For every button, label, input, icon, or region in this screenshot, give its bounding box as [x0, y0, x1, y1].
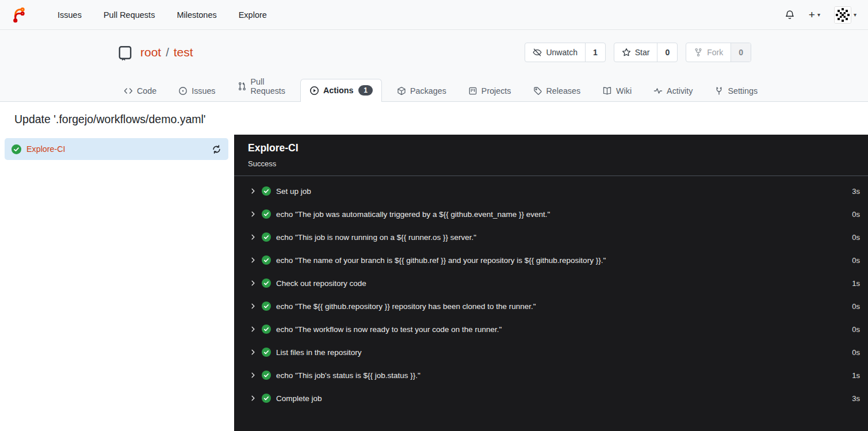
step-row[interactable]: Set up job 3s [234, 180, 868, 203]
step-name: echo "This job is now running on a ${{ r… [276, 233, 476, 242]
tab-wiki-label: Wiki [616, 86, 632, 96]
repo-tabs: Code Issues Pull Requests Actions 1 P [117, 71, 751, 101]
chevron-right-icon[interactable] [250, 303, 257, 310]
step-row[interactable]: echo "The workflow is now ready to test … [234, 318, 868, 341]
star-button[interactable]: Star [614, 43, 657, 62]
stars-count[interactable]: 0 [657, 43, 677, 62]
step-row[interactable]: echo "The name of your branch is ${{ git… [234, 249, 868, 272]
pull-request-icon [238, 82, 247, 91]
tab-pull-requests-label: Pull Requests [251, 77, 285, 96]
actions-count-badge: 1 [358, 85, 373, 96]
chevron-right-icon[interactable] [250, 349, 257, 356]
job-log-panel: Explore-CI Success Set up job 3s echo "T… [234, 135, 868, 431]
nav-item-pull-requests[interactable]: Pull Requests [93, 10, 166, 20]
step-duration: 0s [852, 233, 860, 242]
unwatch-button[interactable]: Unwatch [525, 43, 584, 62]
eye-slash-icon [533, 48, 542, 57]
tab-settings[interactable]: Settings [708, 81, 764, 101]
step-name: echo "This job's status is ${{ job.statu… [276, 371, 420, 380]
tab-issues-label: Issues [192, 86, 215, 96]
refresh-icon[interactable] [212, 144, 221, 154]
nav-item-explore[interactable]: Explore [228, 10, 278, 20]
tab-projects[interactable]: Projects [461, 81, 518, 101]
chevron-right-icon[interactable] [250, 395, 257, 402]
tab-actions[interactable]: Actions 1 [300, 79, 382, 102]
step-success-icon [262, 209, 271, 219]
step-name: List files in the repository [276, 348, 362, 357]
repo-name-link[interactable]: test [174, 45, 193, 59]
repo-owner-link[interactable]: root [140, 45, 161, 59]
tab-activity[interactable]: Activity [647, 81, 699, 101]
navbar-right: + ▾ ▾ [785, 6, 856, 24]
step-row[interactable]: List files in the repository 0s [234, 341, 868, 364]
step-name: Set up job [276, 187, 311, 196]
tab-wiki[interactable]: Wiki [595, 81, 638, 101]
tab-issues[interactable]: Issues [171, 81, 222, 101]
book-icon [602, 86, 612, 96]
step-row[interactable]: Check out repository code 1s [234, 272, 868, 295]
sidebar-job-explore-ci[interactable]: Explore-CI [5, 138, 228, 160]
tab-projects-label: Projects [481, 86, 511, 96]
top-navbar: Issues Pull Requests Milestones Explore … [0, 0, 868, 30]
notifications-bell-icon[interactable] [785, 10, 795, 20]
forks-count[interactable]: 0 [731, 43, 751, 62]
star-label: Star [635, 48, 650, 57]
tab-releases[interactable]: Releases [526, 81, 588, 101]
tab-activity-label: Activity [667, 86, 693, 96]
chevron-right-icon[interactable] [250, 234, 257, 241]
chevron-right-icon[interactable] [250, 280, 257, 287]
step-row[interactable]: echo "This job is now running on a ${{ r… [234, 226, 868, 249]
code-icon [124, 86, 133, 96]
step-row[interactable]: echo "This job's status is ${{ job.statu… [234, 364, 868, 387]
step-duration: 1s [852, 371, 860, 380]
chevron-right-icon[interactable] [250, 211, 257, 218]
project-board-icon [468, 86, 477, 96]
chevron-right-icon[interactable] [250, 326, 257, 333]
jobs-sidebar: Explore-CI [0, 135, 234, 431]
create-new-button[interactable]: + ▾ [809, 9, 820, 20]
step-name: echo "The ${{ github.repository }} repos… [276, 302, 536, 311]
user-menu[interactable]: ▾ [834, 6, 856, 24]
unwatch-label: Unwatch [546, 48, 577, 57]
step-name: Complete job [276, 394, 322, 403]
step-name: echo "The job was automatically triggere… [276, 210, 550, 219]
chevron-right-icon[interactable] [250, 188, 257, 194]
step-name: echo "The name of your branch is ${{ git… [276, 256, 606, 265]
job-name: Explore-CI [26, 144, 66, 154]
step-row[interactable]: echo "The ${{ github.repository }} repos… [234, 295, 868, 318]
chevron-right-icon[interactable] [250, 372, 257, 379]
tab-packages[interactable]: Packages [390, 81, 453, 101]
chevron-right-icon[interactable] [250, 257, 257, 264]
tab-pull-requests[interactable]: Pull Requests [231, 71, 292, 101]
tab-packages-label: Packages [410, 86, 446, 96]
step-success-icon [262, 302, 271, 311]
fork-button-group: Fork 0 [686, 43, 751, 62]
step-duration: 0s [852, 210, 860, 219]
forgejo-logo[interactable] [12, 6, 27, 24]
step-success-icon [262, 232, 271, 242]
watchers-count[interactable]: 1 [585, 43, 605, 62]
chevron-down-icon: ▾ [854, 12, 856, 18]
tab-code[interactable]: Code [117, 81, 163, 101]
step-success-icon [262, 186, 271, 196]
nav-item-milestones[interactable]: Milestones [166, 10, 227, 20]
step-success-icon [262, 255, 271, 265]
fork-button[interactable]: Fork [686, 43, 731, 62]
step-duration: 0s [852, 325, 860, 334]
nav-item-issues[interactable]: Issues [47, 10, 93, 20]
run-body: Explore-CI Explore-CI Success Set up job… [0, 135, 868, 431]
step-duration: 0s [852, 256, 860, 265]
step-success-icon [262, 279, 271, 288]
page-title: Update '.forgejo/workflows/demo.yaml' [0, 102, 868, 135]
step-list: Set up job 3s echo "The job was automati… [234, 176, 868, 410]
fork-label: Fork [707, 48, 723, 57]
step-duration: 0s [852, 348, 860, 357]
tab-releases-label: Releases [546, 86, 581, 96]
package-icon [397, 86, 406, 96]
step-row[interactable]: Complete job 3s [234, 387, 868, 410]
step-row[interactable]: echo "The job was automatically triggere… [234, 203, 868, 226]
tab-settings-label: Settings [728, 86, 758, 96]
step-duration: 3s [852, 394, 860, 403]
play-circle-icon [309, 86, 319, 96]
repo-breadcrumb: root / test [140, 45, 193, 59]
